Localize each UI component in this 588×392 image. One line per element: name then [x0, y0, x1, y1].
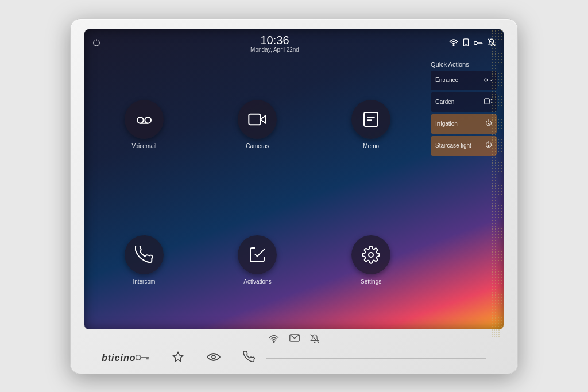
- device-bottom: bticino: [84, 334, 504, 366]
- nav-line-decoration: [266, 358, 486, 359]
- date-display: Monday, April 22nd: [250, 46, 299, 53]
- intercom-label: Intercom: [133, 278, 155, 285]
- settings-circle: [351, 235, 390, 274]
- clock-display: 10:36 Monday, April 22nd: [250, 34, 299, 53]
- main-content: Voicemail Cameras: [84, 55, 504, 329]
- qa-entrance-label: Entrance: [435, 77, 458, 83]
- qa-irrigation-label: Irrigation: [435, 121, 458, 127]
- phone-status-icon: [463, 38, 469, 48]
- bottom-status-icons: [269, 334, 319, 346]
- app-voicemail[interactable]: Voicemail: [91, 61, 197, 188]
- nav-star-icon[interactable]: [172, 351, 184, 366]
- quick-actions-panel: Quick Actions Entrance: [431, 61, 497, 324]
- bottom-nav-bar: bticino: [84, 351, 504, 366]
- svg-rect-12: [364, 112, 378, 126]
- quick-actions-title: Quick Actions: [431, 61, 497, 68]
- intercom-circle: [125, 235, 164, 274]
- activations-label: Activations: [243, 278, 271, 285]
- svg-point-9: [145, 117, 151, 123]
- cameras-label: Cameras: [246, 143, 269, 149]
- wifi-status-icon: [449, 38, 458, 48]
- voicemail-circle: [125, 100, 164, 139]
- svg-point-31: [212, 355, 215, 359]
- app-intercom[interactable]: Intercom: [91, 196, 197, 324]
- svg-point-15: [369, 253, 373, 257]
- time-display: 10:36: [250, 34, 299, 46]
- app-grid: Voicemail Cameras: [91, 61, 424, 324]
- key-status-icon: [474, 38, 483, 48]
- qa-staircase[interactable]: Staircase light: [431, 136, 497, 156]
- svg-point-8: [137, 117, 144, 123]
- bottom-wifi-icon: [269, 334, 279, 346]
- screen-dot-pattern: [491, 29, 504, 329]
- nav-icons-row: [136, 351, 255, 366]
- qa-garden-label: Garden: [435, 99, 454, 105]
- power-button[interactable]: [92, 38, 100, 48]
- cameras-circle: [238, 100, 277, 139]
- svg-rect-11: [249, 114, 261, 125]
- svg-line-25: [311, 334, 319, 343]
- svg-point-26: [136, 355, 141, 360]
- status-bar: 10:36 Monday, April 22nd: [84, 29, 504, 55]
- svg-point-21: [488, 123, 490, 125]
- qa-staircase-label: Staircase light: [435, 142, 471, 149]
- device-body: 10:36 Monday, April 22nd: [70, 18, 518, 374]
- voicemail-label: Voicemail: [131, 143, 156, 149]
- nav-key-icon[interactable]: [136, 352, 149, 364]
- app-memo[interactable]: Memo: [318, 61, 424, 188]
- app-activations[interactable]: Activations: [205, 196, 311, 324]
- nav-phone-icon[interactable]: [243, 351, 255, 366]
- svg-point-22: [488, 145, 490, 147]
- app-cameras[interactable]: Cameras: [205, 61, 311, 188]
- main-screen: 10:36 Monday, April 22nd: [84, 29, 504, 329]
- qa-entrance[interactable]: Entrance: [431, 71, 497, 90]
- svg-point-2: [466, 44, 466, 45]
- settings-label: Settings: [361, 278, 381, 285]
- app-settings[interactable]: Settings: [318, 196, 424, 324]
- qa-irrigation[interactable]: Irrigation: [431, 114, 497, 134]
- bottom-bell-icon: [310, 334, 319, 346]
- svg-point-0: [453, 44, 454, 45]
- svg-marker-30: [173, 352, 183, 361]
- screen-area: 10:36 Monday, April 22nd: [84, 29, 504, 329]
- svg-point-16: [485, 78, 488, 81]
- brand-logo: bticino: [102, 353, 136, 363]
- memo-circle: [351, 100, 390, 139]
- svg-point-3: [474, 41, 477, 44]
- memo-label: Memo: [363, 143, 379, 149]
- nav-eye-icon[interactable]: [207, 352, 220, 364]
- qa-garden[interactable]: Garden: [431, 92, 497, 112]
- bottom-mail-icon: [289, 334, 300, 346]
- svg-rect-20: [485, 98, 490, 103]
- svg-point-23: [273, 341, 274, 342]
- activations-circle: [238, 235, 277, 274]
- status-icons-right: [449, 38, 496, 48]
